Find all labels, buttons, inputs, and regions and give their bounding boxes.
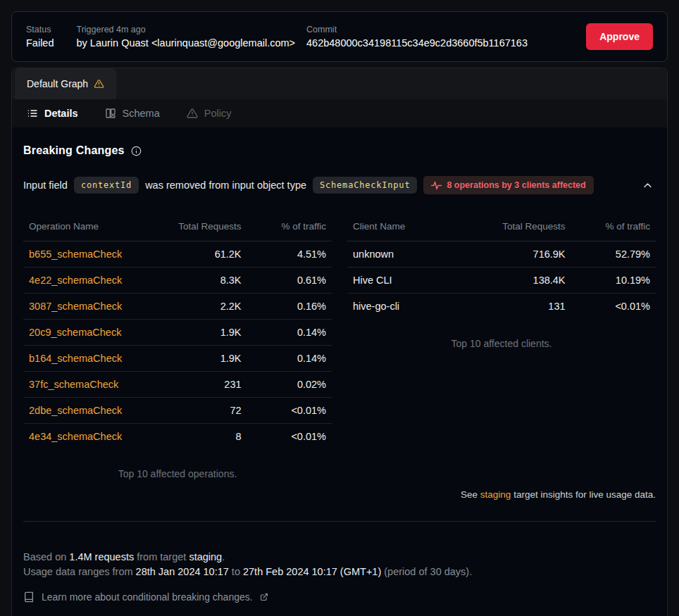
approve-button[interactable]: Approve [586,23,653,50]
commit-hash: 462b48000c34198115c34e9c2d3660f5b1167163 [306,37,528,49]
cell-name[interactable]: b164_schemaCheck [23,346,162,372]
cell-value: 231 [162,372,247,398]
table-row: unknown716.9K52.79% [347,241,656,268]
cell-value: 131 [486,294,571,320]
cell-value: 0.14% [247,346,332,372]
column-header: Total Requests [162,214,247,241]
triggered-label: Triggered 4m ago [77,25,296,34]
info-icon[interactable] [131,146,142,156]
affected-operations-badge: 8 operations by 3 clients affected [423,176,593,194]
chevron-up-icon[interactable] [640,177,656,194]
warning-icon [94,79,104,89]
affected-badge-label: 8 operations by 3 clients affected [447,180,585,190]
table-row: Hive CLI138.4K10.19% [347,268,656,294]
cell-name[interactable]: 2dbe_schemaCheck [23,398,162,424]
cell-value: 61.2K [162,241,247,268]
field-code-chip: contextId [74,177,139,194]
view-tabbar: Details Schema Policy [12,99,667,127]
learn-more-label: Learn more about conditional breaking ch… [42,591,253,603]
cell-value: 2.2K [162,294,247,320]
cell-value: 8.3K [162,268,247,294]
cell-name: hive-go-cli [347,294,486,320]
cell-value: 0.16% [247,294,332,320]
table-row: 3087_schemaCheck2.2K0.16% [23,294,332,320]
change-prefix: Input field [23,180,68,191]
column-header: Operation Name [23,214,162,241]
status-label: Status [26,25,54,34]
column-header: % of traffic [571,214,656,241]
tab-policy[interactable]: Policy [187,108,232,119]
affected-tables: Operation Name Total Requests % of traff… [23,214,656,479]
details-content: Breaking Changes Input field contextId w… [12,144,667,603]
tab-default-graph[interactable]: Default Graph [15,68,116,99]
range-from-date: 28th Jan 2024 10:17 [136,566,229,577]
range-to-date: 27th Feb 2024 10:17 (GMT+1) [243,566,381,577]
column-header: % of traffic [247,214,332,241]
cell-value: 0.14% [247,320,332,346]
operations-table: Operation Name Total Requests % of traff… [23,214,332,450]
cell-value: <0.01% [247,424,332,450]
cell-value: 10.19% [571,268,656,294]
commit-group: Commit 462b48000c34198115c34e9c2d3660f5b… [306,25,528,49]
staging-target-link[interactable]: staging [480,489,511,500]
insights-note: See staging target insights for live usa… [23,489,656,500]
insights-note-prefix: See [461,489,480,500]
clients-table: Client Name Total Requests % of traffic … [347,214,656,320]
table-row: b164_schemaCheck1.9K0.14% [23,346,332,372]
cell-name[interactable]: 4e34_schemaCheck [23,424,162,450]
cell-name[interactable]: 3087_schemaCheck [23,294,162,320]
date-range-line: Usage data ranges from 28th Jan 2024 10:… [23,565,656,579]
cell-name[interactable]: 20c9_schemaCheck [23,320,162,346]
table-row: 20c9_schemaCheck1.9K0.14% [23,320,332,346]
cell-value: <0.01% [247,398,332,424]
cell-value: 52.79% [571,241,656,268]
breaking-changes-title: Breaking Changes [23,144,125,157]
range-prefix: Usage data ranges from [23,566,136,577]
type-code-chip: SchemaCheckInput [313,177,417,194]
clients-table-caption: Top 10 affected clients. [347,338,656,349]
pulse-icon [431,181,442,190]
insights-note-suffix: target insights for live usage data. [511,489,656,500]
warning-outline-icon [187,108,198,119]
cell-value: 4.51% [247,241,332,268]
range-suffix: (period of 30 days). [381,566,472,577]
change-middle: was removed from input object type [145,180,306,191]
cell-value: 138.4K [486,268,571,294]
book-icon [23,591,35,603]
columns-icon [105,108,116,119]
check-summary-card: Status Failed Triggered 4m ago by Laurin… [11,11,668,62]
table-row: hive-go-cli131<0.01% [347,294,656,320]
schema-check-panel: Default Graph Details [11,68,668,616]
cell-name: Hive CLI [347,268,486,294]
triggered-author: by Laurin Quast <laurinquast@googlemail.… [77,37,296,49]
triggered-group: Triggered 4m ago by Laurin Quast <laurin… [77,25,296,49]
cell-name[interactable]: b655_schemaCheck [23,241,162,268]
column-header: Total Requests [486,214,571,241]
learn-more-link[interactable]: Learn more about conditional breaking ch… [23,591,656,603]
breaking-change-row[interactable]: Input field contextId was removed from i… [23,176,656,194]
cell-name[interactable]: 4e22_schemaCheck [23,268,162,294]
breaking-changes-header: Breaking Changes [23,144,656,157]
cell-value: 8 [162,424,247,450]
request-count: 1.4M requests [69,551,134,562]
tab-schema[interactable]: Schema [105,108,160,119]
cell-value: 0.61% [247,268,332,294]
cell-name[interactable]: 37fc_schemaCheck [23,372,162,398]
operations-table-container: Operation Name Total Requests % of traff… [23,214,332,479]
based-prefix: Based on [23,551,69,562]
cell-value: <0.01% [571,294,656,320]
table-row: 4e34_schemaCheck8<0.01% [23,424,332,450]
cell-name: unknown [347,241,486,268]
table-row: b655_schemaCheck61.2K4.51% [23,241,332,268]
tab-details[interactable]: Details [27,108,78,119]
cell-value: 0.02% [247,372,332,398]
cell-value: 72 [162,398,247,424]
tab-policy-label: Policy [204,108,232,119]
table-row: 2dbe_schemaCheck72<0.01% [23,398,332,424]
based-on-line: Based on 1.4M requests from target stagi… [23,550,656,565]
target-tabbar: Default Graph [12,68,667,99]
based-suffix: . [222,551,225,562]
table-row: 37fc_schemaCheck2310.02% [23,372,332,398]
based-mid: from target [134,551,189,562]
usage-summary: Based on 1.4M requests from target stagi… [23,550,656,579]
